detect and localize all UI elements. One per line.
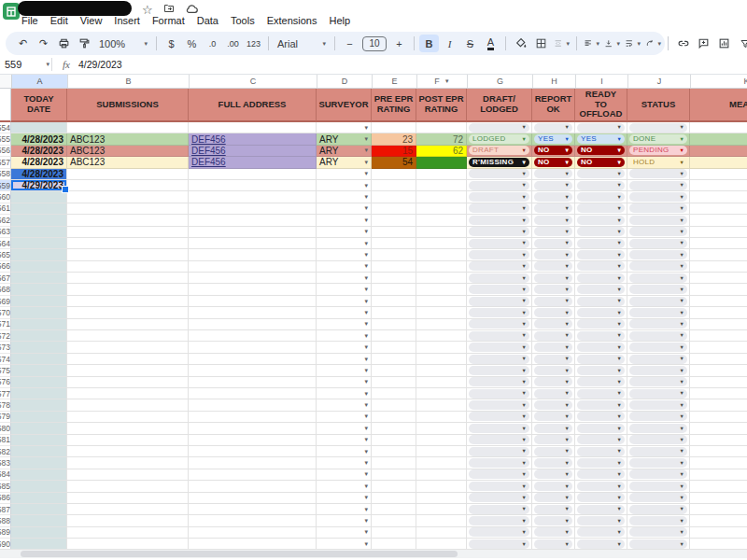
cell-B566[interactable] <box>67 261 189 273</box>
cell-F588[interactable] <box>416 515 467 526</box>
dropdown-chip-draft[interactable]: DRAFT▾ <box>469 146 529 155</box>
cell-H580[interactable]: ▾ <box>532 423 575 434</box>
empty-dropdown-chip[interactable]: ▾ <box>629 297 687 306</box>
cell-B555[interactable]: ABC123 <box>67 133 189 145</box>
empty-dropdown-chip[interactable]: ▾ <box>629 227 687 236</box>
row-header-577[interactable]: 577 <box>0 388 11 399</box>
menu-extensions[interactable]: Extensions <box>267 15 317 26</box>
name-box[interactable]: 559 ▾ <box>0 59 49 70</box>
cell-J583[interactable]: ▾ <box>627 457 690 469</box>
cell-D568[interactable]: ▾ <box>317 284 372 295</box>
cell-E554[interactable] <box>372 122 416 133</box>
horizontal-align-icon[interactable]: ▾ <box>582 35 601 52</box>
dropdown-chip-pending[interactable]: PENDING▾ <box>629 146 687 155</box>
cell-G561[interactable]: ▾ <box>467 203 532 215</box>
cell-B584[interactable] <box>67 469 189 481</box>
more-formats-icon[interactable]: 123 <box>244 35 263 52</box>
cell-H555[interactable]: YES▾ <box>532 133 575 145</box>
empty-dropdown-chip[interactable]: ▾ <box>534 203 572 213</box>
empty-dropdown-chip[interactable]: ▾ <box>577 297 625 306</box>
cell-I562[interactable]: ▾ <box>575 215 627 226</box>
cell-D575[interactable]: ▾ <box>317 365 372 376</box>
cell-G554[interactable]: ▾ <box>467 122 532 133</box>
dropdown-chip-yes[interactable]: YES▾ <box>577 134 625 144</box>
cell-J580[interactable]: ▾ <box>627 423 690 434</box>
cell-I561[interactable]: ▾ <box>575 203 627 215</box>
cell-F559[interactable] <box>416 180 467 191</box>
cell-J582[interactable]: ▾ <box>627 446 690 457</box>
empty-dropdown-chip[interactable]: ▾ <box>534 505 572 514</box>
dropdown-chip-no[interactable]: NO▾ <box>534 158 572 167</box>
cell-F584[interactable] <box>416 469 467 481</box>
cell-K585[interactable] <box>690 481 747 492</box>
column-header-J[interactable]: J <box>628 75 691 88</box>
menu-edit[interactable]: Edit <box>50 15 68 26</box>
cell-dropdown-arrow[interactable]: ▾ <box>362 170 368 177</box>
cell-C569[interactable] <box>189 296 317 307</box>
cell-J565[interactable]: ▾ <box>627 249 690 260</box>
cell-G581[interactable]: ▾ <box>467 435 532 446</box>
empty-dropdown-chip[interactable]: ▾ <box>534 516 572 525</box>
cell-dropdown-arrow[interactable]: ▾ <box>362 517 368 525</box>
empty-dropdown-chip[interactable]: ▾ <box>577 227 625 236</box>
cell-F581[interactable] <box>416 435 467 446</box>
empty-dropdown-chip[interactable]: ▾ <box>469 216 529 225</box>
cell-B565[interactable] <box>67 249 189 260</box>
row-header-555[interactable]: 555 <box>0 133 11 145</box>
row-header-562[interactable]: 562 <box>0 215 11 226</box>
empty-dropdown-chip[interactable]: ▾ <box>469 181 529 190</box>
cell-E569[interactable] <box>372 296 416 307</box>
cell-B586[interactable] <box>67 493 189 504</box>
empty-dropdown-chip[interactable]: ▾ <box>469 273 529 283</box>
cell-A559[interactable]: 4/29/2023 <box>11 180 67 191</box>
cell-J585[interactable]: ▾ <box>627 481 690 492</box>
row-header-579[interactable]: 579 <box>0 412 11 423</box>
italic-icon[interactable]: I <box>440 35 459 52</box>
cell-C565[interactable] <box>189 249 317 260</box>
cell-D555[interactable]: ARY▾ <box>317 133 372 145</box>
cell-B583[interactable] <box>67 457 189 469</box>
cell-K567[interactable] <box>690 273 747 284</box>
empty-dropdown-chip[interactable]: ▾ <box>629 493 687 502</box>
menu-tools[interactable]: Tools <box>231 15 255 26</box>
cell-G570[interactable]: ▾ <box>467 307 532 318</box>
cell-dropdown-arrow[interactable]: ▾ <box>362 343 368 351</box>
cell-H569[interactable]: ▾ <box>532 296 575 307</box>
empty-dropdown-chip[interactable]: ▾ <box>469 493 529 502</box>
cell-F580[interactable] <box>416 423 467 434</box>
header-G[interactable]: DRAFT/ LODGED <box>467 89 532 122</box>
cell-D567[interactable]: ▾ <box>317 273 372 284</box>
cell-E574[interactable] <box>372 354 416 365</box>
empty-dropdown-chip[interactable]: ▾ <box>534 273 572 283</box>
header-I[interactable]: READY TO OFFLOAD <box>575 89 627 122</box>
cell-J586[interactable]: ▾ <box>627 493 690 504</box>
cell-D586[interactable]: ▾ <box>317 493 372 504</box>
cell-G572[interactable]: ▾ <box>467 330 532 342</box>
row-header-554[interactable]: 554 <box>0 122 11 133</box>
empty-dropdown-chip[interactable]: ▾ <box>629 458 687 468</box>
cell-C575[interactable] <box>189 365 317 376</box>
row-header-567[interactable]: 567 <box>0 273 11 284</box>
cell-dropdown-arrow[interactable]: ▾ <box>362 401 368 409</box>
cell-K582[interactable] <box>690 446 747 457</box>
cell-B557[interactable]: ABC123 <box>67 157 189 168</box>
cell-B578[interactable] <box>67 399 189 411</box>
cell-D570[interactable]: ▾ <box>317 307 372 318</box>
cell-A582[interactable] <box>11 446 67 457</box>
empty-dropdown-chip[interactable]: ▾ <box>577 216 625 225</box>
empty-dropdown-chip[interactable]: ▾ <box>534 285 572 294</box>
cell-C561[interactable] <box>189 203 317 215</box>
empty-dropdown-chip[interactable]: ▾ <box>629 424 687 433</box>
empty-dropdown-chip[interactable]: ▾ <box>534 261 572 271</box>
row-header-568[interactable]: 568 <box>0 284 11 295</box>
cell-D554[interactable]: ▾ <box>317 122 372 133</box>
cell-A587[interactable] <box>11 504 67 515</box>
empty-dropdown-chip[interactable]: ▾ <box>469 123 529 133</box>
cell-C583[interactable] <box>189 457 317 469</box>
cell-E581[interactable] <box>372 435 416 446</box>
cell-J567[interactable]: ▾ <box>627 273 690 284</box>
cell-B581[interactable] <box>67 435 189 446</box>
cell-dropdown-arrow[interactable]: ▾ <box>362 309 368 316</box>
cell-I568[interactable]: ▾ <box>575 284 627 295</box>
cell-F586[interactable] <box>416 493 467 504</box>
